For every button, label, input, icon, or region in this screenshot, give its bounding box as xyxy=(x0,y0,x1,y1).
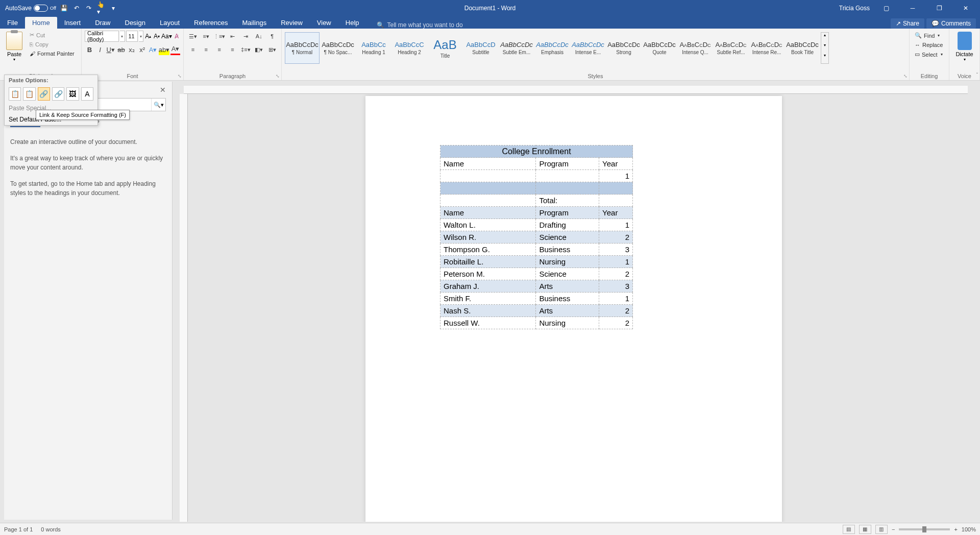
page-indicator[interactable]: Page 1 of 1 xyxy=(4,526,33,532)
table-row[interactable]: Wilson R.Science2 xyxy=(440,231,633,244)
style-heading2[interactable]: AaBbCcCHeading 2 xyxy=(392,32,427,64)
table-row[interactable]: Thompson G.Business3 xyxy=(440,244,633,256)
zoom-out-icon[interactable]: − xyxy=(892,526,895,532)
tab-view[interactable]: View xyxy=(310,17,338,29)
font-size-select[interactable]: 11 xyxy=(126,31,138,42)
read-mode-icon[interactable]: ▤ xyxy=(843,525,855,534)
tab-layout[interactable]: Layout xyxy=(153,17,187,29)
zoom-slider[interactable] xyxy=(899,528,950,530)
font-expand-icon[interactable]: ⤡ xyxy=(178,74,182,79)
redo-icon[interactable]: ↷ xyxy=(85,4,93,12)
total-label[interactable]: Total: xyxy=(536,194,599,207)
tell-me-search[interactable]: 🔍 Tell me what you want to do xyxy=(377,21,463,29)
styles-expand-icon[interactable]: ⤡ xyxy=(903,74,908,79)
maximize-icon[interactable]: ❐ xyxy=(929,0,949,16)
grow-font-button[interactable]: A▴ xyxy=(144,31,152,42)
style-subtleref[interactable]: AaBbCcDcSubtle Ref... xyxy=(714,32,748,64)
paste-link-keep-source-icon[interactable]: 🔗 xyxy=(38,87,50,101)
strikethrough-button[interactable]: ab xyxy=(116,44,126,55)
document-area[interactable]: College Enrollment Name Program Year 1 T… xyxy=(178,81,970,522)
shrink-font-button[interactable]: A▾ xyxy=(153,31,161,42)
table-row[interactable]: Russell W.Nursing2 xyxy=(440,317,633,329)
paste-button[interactable]: Paste ▾ xyxy=(3,31,26,65)
increase-indent-button[interactable]: ⇥ xyxy=(239,31,252,42)
format-painter-button[interactable]: 🖌Format Painter xyxy=(28,50,77,58)
style-intensee[interactable]: AaBbCcDcIntense E... xyxy=(571,32,605,64)
select-button[interactable]: ▭Select▾ xyxy=(913,50,946,59)
paste-text-only-icon[interactable]: A xyxy=(81,87,93,101)
tab-mailings[interactable]: Mailings xyxy=(235,17,274,29)
word-count[interactable]: 0 words xyxy=(41,526,61,532)
zoom-in-icon[interactable]: + xyxy=(954,526,957,532)
style-intensere[interactable]: AaBbCcDcIntense Re... xyxy=(749,32,784,64)
italic-button[interactable]: I xyxy=(95,44,105,55)
undo-icon[interactable]: ↶ xyxy=(72,4,81,12)
table-row[interactable]: Graham J.Arts3 xyxy=(440,280,633,293)
underline-button[interactable]: U▾ xyxy=(106,44,115,55)
paste-picture-icon[interactable]: 🖼 xyxy=(66,87,79,101)
style-title[interactable]: AaBTitle xyxy=(428,32,462,64)
nav-close-icon[interactable]: ✕ xyxy=(160,86,166,94)
paste-link-merge-icon[interactable]: 🔗 xyxy=(52,87,64,101)
nav-search-icon[interactable]: 🔍▾ xyxy=(151,99,165,111)
user-name[interactable]: Tricia Goss xyxy=(839,5,870,12)
style-subtleem[interactable]: AaBbCcDcSubtle Em... xyxy=(499,32,534,64)
table-row[interactable]: Nash S.Arts2 xyxy=(440,305,633,317)
close-icon[interactable]: ✕ xyxy=(955,0,976,16)
dictate-button[interactable]: Dictate ▾ xyxy=(955,32,973,62)
font-name-select[interactable]: Calibri (Body) xyxy=(85,31,119,42)
style-normal[interactable]: AaBbCcDc¶ Normal xyxy=(285,32,320,64)
font-size-dropdown-icon[interactable]: ▾ xyxy=(139,31,143,42)
text-effects-button[interactable]: A▾ xyxy=(148,44,158,55)
minimize-icon[interactable]: ─ xyxy=(902,0,923,16)
copy-button[interactable]: ⎘Copy xyxy=(28,40,77,48)
style-booktitle[interactable]: AaBbCcDcBook Title xyxy=(785,32,820,64)
shading-button[interactable]: ◧▾ xyxy=(253,44,265,55)
web-layout-icon[interactable]: ▥ xyxy=(875,525,888,534)
cell-value[interactable]: 1 xyxy=(599,170,633,182)
header-year[interactable]: Year xyxy=(599,158,633,170)
tab-references[interactable]: References xyxy=(187,17,235,29)
style-heading1[interactable]: AaBbCcHeading 1 xyxy=(356,32,391,64)
document-table[interactable]: College Enrollment Name Program Year 1 T… xyxy=(440,145,633,329)
tab-help[interactable]: Help xyxy=(338,17,366,29)
bold-button[interactable]: B xyxy=(85,44,94,55)
show-marks-button[interactable]: ¶ xyxy=(266,31,278,42)
header-name[interactable]: Name xyxy=(440,158,536,170)
replace-button[interactable]: ↔Replace xyxy=(913,40,946,50)
tab-draw[interactable]: Draw xyxy=(88,17,117,29)
ribbon-display-icon[interactable]: ▢ xyxy=(876,0,896,16)
comments-button[interactable]: 💬 Comments xyxy=(926,18,976,29)
highlight-button[interactable]: ab▾ xyxy=(159,44,169,55)
header-program-2[interactable]: Program xyxy=(536,207,599,219)
tab-file[interactable]: File xyxy=(0,17,25,29)
table-row[interactable]: Robitaille L.Nursing1 xyxy=(440,256,633,268)
touch-mode-icon[interactable]: 👆▾ xyxy=(97,4,105,12)
decrease-indent-button[interactable]: ⇤ xyxy=(227,31,239,42)
font-color-button[interactable]: A▾ xyxy=(170,44,180,55)
font-name-dropdown-icon[interactable]: ▾ xyxy=(120,31,125,42)
paste-keep-source-icon[interactable]: 📋 xyxy=(9,87,21,101)
paste-merge-icon[interactable]: 📋 xyxy=(23,87,35,101)
toggle-switch[interactable] xyxy=(34,5,48,12)
tab-design[interactable]: Design xyxy=(118,17,153,29)
style-strong[interactable]: AaBbCcDcStrong xyxy=(606,32,641,64)
align-right-button[interactable]: ≡ xyxy=(213,44,226,55)
paragraph-expand-icon[interactable]: ⤡ xyxy=(276,74,280,79)
share-button[interactable]: ↗ Share xyxy=(891,18,924,29)
page[interactable]: College Enrollment Name Program Year 1 T… xyxy=(365,96,782,522)
cell-empty[interactable] xyxy=(536,170,599,182)
tab-home[interactable]: Home xyxy=(25,17,57,29)
sort-button[interactable]: A↓ xyxy=(253,31,265,42)
header-name-2[interactable]: Name xyxy=(440,207,536,219)
bullets-button[interactable]: ☰▾ xyxy=(187,31,199,42)
find-button[interactable]: 🔍Find▾ xyxy=(913,31,946,40)
header-program[interactable]: Program xyxy=(536,158,599,170)
align-center-button[interactable]: ≡ xyxy=(200,44,212,55)
table-row[interactable]: Smith F.Business1 xyxy=(440,293,633,305)
styles-more-button[interactable]: ▴▾▾ xyxy=(821,32,829,64)
table-row[interactable]: Walton L.Drafting1 xyxy=(440,219,633,231)
autosave-toggle[interactable]: AutoSave Off xyxy=(5,5,56,12)
line-spacing-button[interactable]: ‡≡▾ xyxy=(239,44,252,55)
vertical-ruler[interactable] xyxy=(180,94,188,522)
